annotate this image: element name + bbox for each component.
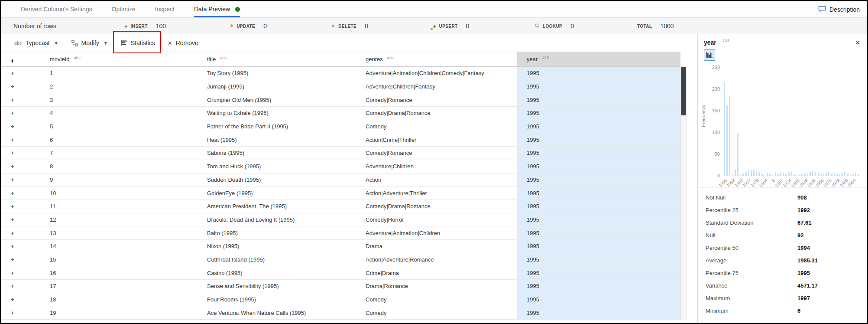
histogram-bar [724, 82, 725, 176]
cell-title: Grumpier Old Men (1995) [198, 93, 356, 107]
metric-value: 0 [466, 23, 470, 29]
sort-icon[interactable]: ▲▼ [11, 59, 14, 63]
insert-plus-icon[interactable]: + [11, 150, 14, 156]
histogram-bar [753, 170, 755, 176]
histogram-bar [791, 171, 792, 176]
typecast-button[interactable]: abc Typecast ▼ [13, 34, 59, 52]
cell-title: Nixon (1995) [198, 239, 356, 253]
cell-genres: Comedy|Horror [356, 213, 517, 226]
insert-plus-icon[interactable]: + [11, 110, 14, 116]
tab-derived-column-s-settings[interactable]: Derived Column's Settings [21, 1, 92, 17]
tab-data-preview[interactable]: Data Preview [194, 1, 240, 17]
typecast-label: Typecast [26, 39, 50, 46]
metric-value: 0 [365, 23, 368, 29]
insert-plus-icon[interactable]: + [11, 256, 14, 263]
data-grid: ▲▼ movieIdabc titleabc genresabc year123… [1, 52, 698, 320]
cell-title: Heat (1995) [198, 133, 356, 147]
description-button[interactable]: Description [818, 1, 860, 17]
bar-chart-icon [121, 40, 127, 46]
cell-title: Waiting to Exhale (1995) [198, 107, 356, 120]
table-row: +11American President, The (1995)Comedy|… [1, 200, 680, 213]
histogram-icon [706, 52, 713, 59]
insert-plus-icon[interactable]: + [11, 296, 14, 303]
cell-year: 1995 [517, 120, 680, 133]
stat-value: 1997 [797, 295, 810, 301]
insert-plus-icon[interactable]: + [11, 230, 14, 236]
stat-label: Standard Deviation [706, 219, 797, 226]
insert-plus-icon[interactable]: + [11, 137, 14, 143]
insert-plus-icon[interactable]: + [11, 163, 14, 170]
vertical-scrollbar[interactable] [680, 66, 687, 320]
histogram-toggle-button[interactable] [704, 49, 715, 61]
cell-year: 1995 [517, 239, 680, 253]
cell-genres: Action|Adventure|Thriller [356, 187, 517, 200]
cell-genres: Comedy [356, 293, 517, 306]
scrollbar-thumb[interactable] [681, 67, 686, 115]
cell-year: 1995 [517, 266, 680, 280]
tab-optimize[interactable]: Optimize [112, 1, 136, 17]
metric-label: DELETE [338, 24, 356, 29]
stat-value: 1985.31 [797, 257, 818, 264]
insert-plus-icon[interactable]: + [11, 270, 14, 276]
stat-label: Average [706, 257, 797, 264]
cell-year: 1995 [517, 306, 680, 320]
stat-row-standard-deviation: Standard Deviation67.61 [698, 216, 867, 229]
row-insert-cell: + [1, 200, 40, 213]
tab-inspect[interactable]: Inspect [155, 1, 175, 17]
panel-column-title: year [704, 39, 716, 46]
insert-plus-icon[interactable]: + [11, 83, 14, 90]
cell-genres: Drama [356, 239, 517, 253]
insert-plus-icon[interactable]: + [11, 283, 14, 289]
column-header-title[interactable]: titleabc [198, 52, 356, 67]
cell-title: Father of the Bride Part II (1995) [198, 120, 356, 133]
type-badge-abc: abc [387, 56, 394, 60]
row-insert-cell: + [1, 280, 40, 293]
total-value: 1000 [660, 23, 674, 29]
insert-plus-icon[interactable]: + [11, 97, 14, 103]
sort-header[interactable]: ▲▼ [1, 52, 40, 67]
insert-plus-icon[interactable]: + [11, 190, 14, 196]
cell-genres: Crime|Drama [356, 266, 517, 280]
column-header-genres[interactable]: genresabc [356, 52, 517, 67]
cell-title: Cutthroat Island (1995) [198, 253, 356, 266]
cell-movieid: 19 [40, 306, 198, 320]
modify-button[interactable]: Modify ▼ [71, 34, 109, 52]
statistics-button[interactable]: Statistics [120, 39, 156, 46]
table-row: +14Nixon (1995)Drama1995 [1, 239, 680, 253]
statistics-list: Not Null908Percentile 251992Standard Dev… [698, 187, 867, 317]
column-header-year[interactable]: year123 [517, 52, 680, 67]
insert-plus-icon[interactable]: + [11, 177, 14, 183]
histogram-bar [844, 172, 845, 176]
cell-year: 1995 [517, 147, 680, 160]
cell-movieid: 7 [40, 147, 198, 160]
insert-plus-icon[interactable]: + [11, 310, 14, 316]
abc-icon: abc [14, 41, 22, 46]
close-panel-button[interactable]: ✕ [855, 39, 861, 47]
insert-plus-icon[interactable]: + [11, 203, 14, 209]
metric-value: 0 [263, 23, 267, 29]
insert-plus-icon[interactable]: + [11, 243, 14, 249]
insert-plus-icon[interactable]: + [11, 70, 14, 76]
insert-plus-icon[interactable]: + [11, 123, 14, 130]
cell-title: Tom and Huck (1995) [198, 160, 356, 173]
description-label: Description [829, 6, 860, 13]
remove-button[interactable]: ✕ Remove [167, 34, 199, 52]
table-row: +17Sense and Sensibility (1995)Drama|Rom… [1, 280, 680, 293]
row-insert-cell: + [1, 187, 40, 200]
stat-value: 6 [797, 308, 800, 314]
cell-title: American President, The (1995) [198, 200, 356, 213]
cell-movieid: 17 [40, 280, 198, 293]
row-insert-cell: + [1, 293, 40, 306]
stat-row-null: Null92 [698, 229, 867, 242]
cell-genres: Adventure|Animation|Children|Comedy|Fant… [356, 67, 517, 80]
histogram-bar [756, 171, 757, 176]
type-badge-abc: abc [74, 56, 81, 60]
insert-plus-icon[interactable]: + [11, 216, 14, 223]
stat-row-variance: Variance4571.17 [698, 279, 867, 292]
column-header-movieid[interactable]: movieIdabc [40, 52, 198, 67]
metric-value: 100 [156, 23, 166, 29]
cell-movieid: 18 [40, 293, 198, 306]
cell-title: Balto (1995) [198, 226, 356, 240]
cell-year: 1995 [517, 253, 680, 266]
speech-bubble-icon [818, 6, 826, 13]
